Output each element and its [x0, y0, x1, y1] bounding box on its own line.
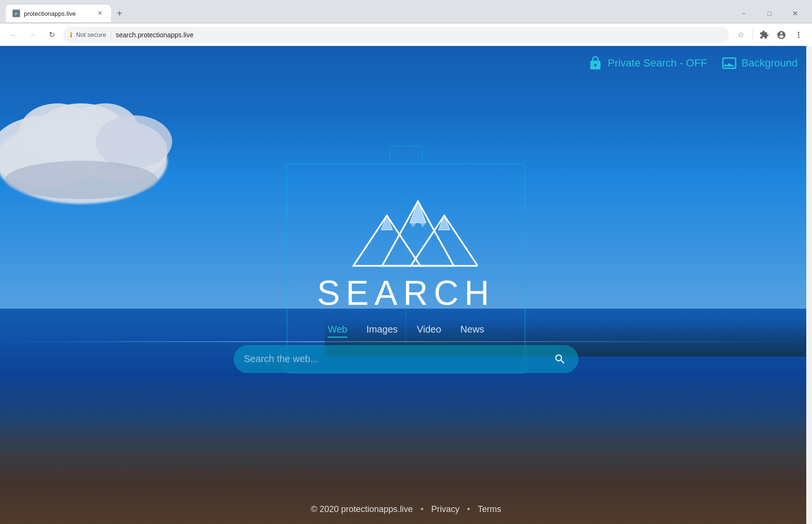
svg-text:P: P — [15, 12, 17, 16]
tab-images[interactable]: Images — [366, 322, 398, 337]
tab-bar: P protectionapps.live × + — [6, 5, 126, 22]
logo-text: SEARCH — [317, 273, 495, 312]
search-tabs: Web Images Video News — [328, 322, 484, 337]
forward-button[interactable]: → — [25, 27, 40, 43]
tab-news[interactable]: News — [461, 322, 484, 337]
search-bar-container — [234, 345, 578, 373]
title-bar: P protectionapps.live × + − □ ✕ — [0, 0, 812, 23]
back-button[interactable]: ← — [6, 27, 21, 43]
top-bar-controls: Private Search - OFF Background — [588, 56, 798, 71]
footer-copyright: © 2020 protectionapps.live — [311, 504, 413, 514]
address-actions: ☆ — [733, 27, 806, 43]
browser-chrome: P protectionapps.live × + − □ ✕ ← → ↻ — [0, 0, 812, 46]
center-content: SEARCH Web Images Video News — [234, 182, 578, 373]
background-button[interactable]: Background — [722, 56, 798, 71]
extensions-button[interactable] — [757, 27, 772, 43]
private-search-button[interactable]: Private Search - OFF — [588, 56, 707, 71]
tab-video[interactable]: Video — [417, 322, 441, 337]
footer: © 2020 protectionapps.live • Privacy • T… — [311, 504, 501, 514]
logo-svg — [334, 182, 478, 278]
url-bar[interactable]: ℹ Not secure | search.protectionapps.liv… — [63, 27, 729, 43]
maximize-button[interactable]: □ — [758, 6, 780, 21]
minimize-button[interactable]: − — [733, 6, 755, 21]
not-secure-label: Not secure — [76, 31, 106, 38]
reload-button[interactable]: ↻ — [44, 27, 59, 43]
footer-privacy-link[interactable]: Privacy — [431, 504, 460, 514]
url-separator: | — [110, 31, 112, 39]
search-button[interactable] — [552, 351, 568, 367]
scrollbar[interactable] — [806, 46, 812, 524]
footer-dot-2: • — [467, 504, 470, 514]
window-controls: − □ ✕ — [733, 6, 806, 21]
address-divider — [752, 29, 753, 41]
footer-terms-link[interactable]: Terms — [478, 504, 501, 514]
tab-title: protectionapps.live — [24, 10, 92, 17]
tab-favicon: P — [12, 10, 20, 17]
logo-container: SEARCH — [317, 182, 495, 312]
bookmark-button[interactable]: ☆ — [733, 27, 748, 43]
menu-button[interactable] — [791, 27, 806, 43]
footer-dot-1: • — [420, 504, 423, 514]
tab-web[interactable]: Web — [328, 322, 347, 337]
security-icon: ℹ — [70, 31, 72, 39]
background-label: Background — [742, 57, 798, 69]
profile-button[interactable] — [774, 27, 789, 43]
new-tab-button[interactable]: + — [113, 7, 126, 20]
private-search-label: Private Search - OFF — [608, 57, 707, 69]
main-content: Private Search - OFF Background — [0, 46, 812, 524]
url-display: search.protectionapps.live — [116, 31, 194, 39]
tab-close-button[interactable]: × — [96, 9, 104, 18]
search-input[interactable] — [244, 354, 552, 365]
close-button[interactable]: ✕ — [784, 6, 806, 21]
address-bar: ← → ↻ ℹ Not secure | search.protectionap… — [0, 23, 812, 46]
active-tab[interactable]: P protectionapps.live × — [6, 5, 111, 22]
